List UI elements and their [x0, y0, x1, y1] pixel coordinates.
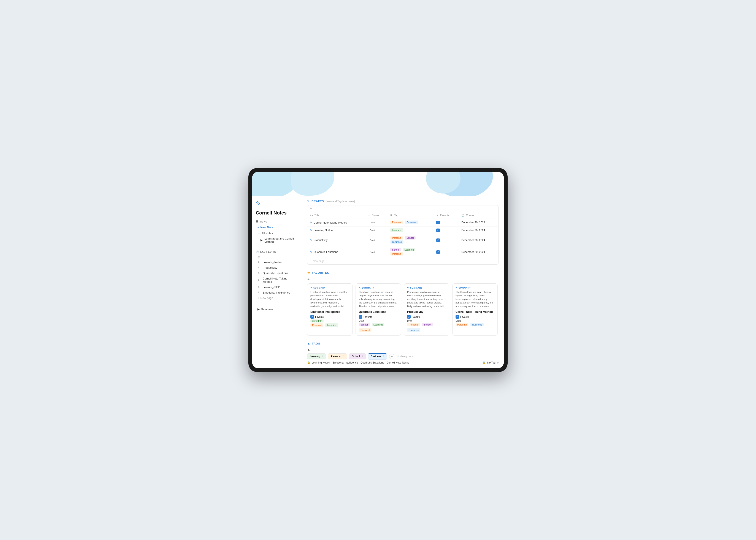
tag-group-personal[interactable]: Personal 4: [328, 353, 347, 359]
no-tag-count: 0: [497, 361, 499, 364]
card-tag-personal-3[interactable]: Personal: [407, 323, 420, 327]
tag-personal-3[interactable]: Personal: [390, 236, 403, 239]
card-meta-4: ✓ Favorite Draft Personal Business: [455, 315, 494, 327]
toolbar-icon: ✎: [310, 207, 312, 210]
card-fav-check-1[interactable]: ✓: [311, 315, 314, 319]
card-status-3: Draft: [407, 320, 412, 322]
card-tag-school-3[interactable]: School: [422, 323, 433, 327]
sidebar-item-quadratic[interactable]: ✎ Quadratic Equations: [256, 271, 298, 276]
tag-group-learning[interactable]: Learning 4: [307, 353, 326, 359]
tag-learning-2[interactable]: Learning: [390, 228, 403, 232]
fav-checkbox-3[interactable]: ✓: [436, 238, 440, 242]
card-tag-learning-1[interactable]: Learning: [325, 323, 338, 327]
card-icon-3: ✎: [407, 287, 409, 289]
card-status-row-1: Complete: [311, 320, 349, 323]
sidebar-item-cornell[interactable]: ✎ Cornell Note-Taking Method: [256, 276, 298, 284]
personal-label: Personal: [331, 355, 341, 358]
all-notes-link[interactable]: ☰ All Notes: [256, 231, 298, 236]
card-fav-check-4[interactable]: ✓: [455, 315, 459, 319]
sidebar-item-learning-notion[interactable]: ✎ Learning Notion: [256, 260, 298, 265]
tag-personal-1[interactable]: Personal: [390, 220, 403, 224]
learning-label: Learning: [310, 355, 320, 358]
no-tag-group: 🔒 No Tag 0: [482, 361, 499, 364]
card-tag-business-4[interactable]: Business: [470, 323, 484, 327]
sidebar-new-page-btn[interactable]: + New page: [256, 296, 298, 301]
table-row: ✎Quadratic Equations Draft School Learni…: [308, 246, 498, 258]
plus-icon-table: +: [310, 260, 312, 263]
tag-school-3[interactable]: School: [405, 236, 416, 239]
cell-title-1[interactable]: ✎Cornell Note-Taking Method: [308, 218, 365, 226]
fav-checkbox-1[interactable]: ✓: [436, 221, 440, 224]
drafts-subtitle: (New and Tag-less notes): [325, 200, 355, 203]
last-edits-title: 🕐 LAST EDITS: [256, 251, 298, 253]
cell-created-2: December 20, 2024: [459, 226, 498, 234]
drafts-new-page-row[interactable]: + New page: [308, 258, 498, 264]
fav-checkbox-2[interactable]: ✓: [436, 228, 440, 232]
sidebar-item-ei[interactable]: ✎ Emotional Intelligence: [256, 290, 298, 295]
sidebar-item-productivity[interactable]: ✎ Productivity: [256, 265, 298, 270]
card-tag-personal-4[interactable]: Personal: [455, 323, 468, 327]
add-tag-button[interactable]: +: [389, 354, 394, 359]
cell-title-2[interactable]: ✎Learning Notion: [308, 226, 365, 234]
content-area: ✎ DRAFTS (New and Tag-less notes) ✎ Aa T…: [302, 196, 504, 368]
card-text-3: Productivity involves prioritizing tasks…: [407, 290, 446, 308]
card-status-row-4: Draft: [455, 320, 494, 322]
card-meta-1: ✓ Favorite Complete Personal Learning: [311, 315, 349, 328]
tag-note-learning-notion: 🔒 Learning Notion: [307, 361, 330, 364]
row-icon-2: ✎: [310, 229, 312, 232]
tag-personal-4[interactable]: Personal: [390, 252, 403, 255]
personal-count: 4: [343, 355, 344, 358]
card-fav-check-3[interactable]: ✓: [407, 315, 411, 319]
card-summary-label-3: ✎ SUMMARY: [407, 287, 446, 289]
favorites-star-icon: ★: [307, 271, 310, 275]
row-icon-1: ✎: [310, 221, 312, 224]
tag-group-school[interactable]: School 2: [349, 353, 366, 359]
card-summary-label-1: ✎ SUMMARY: [311, 287, 349, 289]
cell-tag-3: Personal School Business: [388, 234, 434, 246]
favorites-cards-container: ✎ SUMMARY Emotional Intelligence is cruc…: [307, 283, 499, 336]
card-tag-personal-2[interactable]: Personal: [359, 328, 372, 332]
card-tag-learning-2[interactable]: Learning: [372, 323, 384, 327]
favorites-header: ★ FAVORITES: [307, 271, 499, 275]
table-row: ✎Productivity Draft Personal School Busi…: [308, 234, 498, 246]
fav-card-productivity[interactable]: ✎ SUMMARY Productivity involves prioriti…: [404, 283, 449, 336]
favorites-title: FAVORITES: [312, 271, 329, 274]
school-label: School: [352, 355, 360, 358]
favorites-section: ★ FAVORITES ★ ✎ SUMMARY Emotional Intell…: [307, 271, 499, 336]
card-fav-check-2[interactable]: ✓: [359, 315, 362, 319]
col-status: ▲ Status: [365, 212, 388, 219]
database-link[interactable]: ▶ Database: [256, 307, 298, 312]
note-icon-2: ✎: [257, 266, 260, 269]
sidebar-item-seo[interactable]: ✎ Learning SEO: [256, 285, 298, 290]
tag-learning-4[interactable]: Learning: [403, 248, 415, 251]
table-row: ✎Cornell Note-Taking Method Draft Person…: [308, 218, 498, 226]
tag-business-3[interactable]: Business: [390, 240, 404, 244]
card-status-2: Draft: [359, 320, 364, 322]
cell-fav-3: ✓: [434, 234, 459, 246]
card-tag-school-2[interactable]: School: [359, 323, 370, 327]
card-title-3: Productivity: [407, 310, 446, 314]
col-created: 🕐 Created: [459, 212, 498, 219]
fav-card-cornell[interactable]: ✎ SUMMARY The Cornell Method is an effec…: [452, 283, 498, 336]
tag-school-4[interactable]: School: [390, 248, 401, 251]
fav-checkbox-4[interactable]: ✓: [436, 250, 440, 254]
tag-note-quadratic: Quadratic Equations: [360, 361, 384, 364]
fav-card-quadratic[interactable]: ✎ SUMMARY Quadratic equations are second…: [355, 283, 401, 336]
card-tag-business-3[interactable]: Business: [407, 328, 420, 332]
card-status-row-2: Draft: [359, 320, 398, 322]
main-layout: ✎ Cornell Notes ☰ MENU + New Note ☰ All …: [252, 196, 504, 368]
menu-lines-icon: ☰: [256, 220, 258, 223]
learn-cornell-link[interactable]: ▶ Learn about the Cornell Method: [256, 236, 298, 244]
tag-group-business[interactable]: Business 2: [368, 353, 387, 359]
card-tag-personal-1[interactable]: Personal: [311, 323, 323, 327]
card-meta-2: ✓ Favorite Draft School Learning Persona…: [359, 315, 398, 333]
fav-card-emotional[interactable]: ✎ SUMMARY Emotional Intelligence is cruc…: [307, 283, 352, 336]
cell-title-4[interactable]: ✎Quadratic Equations: [308, 246, 365, 258]
lock-icon-no-tag: 🔒: [482, 361, 486, 364]
note-icon-6: ✎: [257, 291, 260, 294]
new-note-button[interactable]: + New Note: [256, 225, 298, 230]
cell-title-3[interactable]: ✎Productivity: [308, 234, 365, 246]
blob-2: [291, 172, 334, 196]
note-icon-5: ✎: [257, 286, 260, 289]
tag-business-1[interactable]: Business: [405, 220, 418, 224]
